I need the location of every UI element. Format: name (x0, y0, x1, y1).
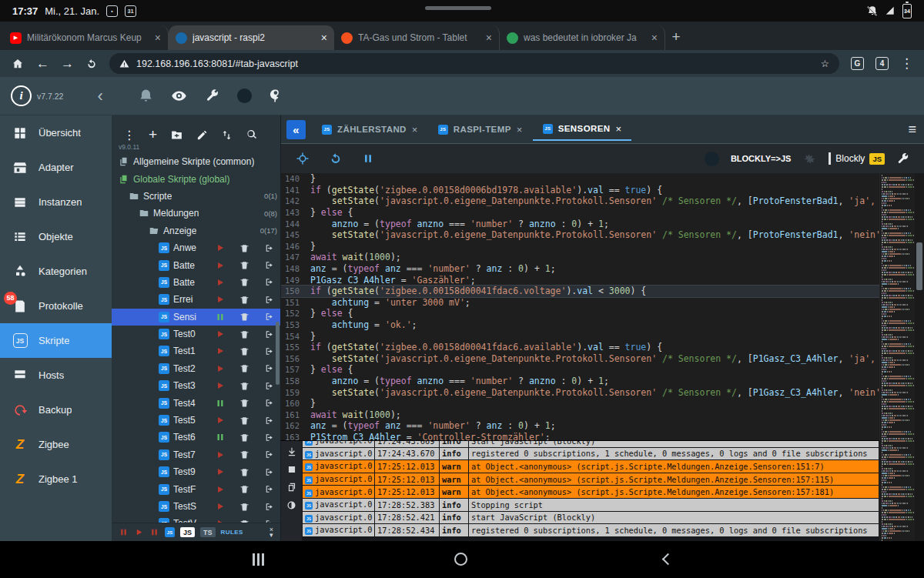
delete-script-icon[interactable] (234, 363, 255, 373)
delete-script-icon[interactable] (234, 243, 255, 253)
export-script-icon[interactable] (259, 502, 280, 512)
play-script-icon[interactable] (209, 363, 230, 374)
log-row[interactable]: JSjavascript.0 17:25:12.013 warn at Obje… (303, 473, 879, 486)
export-script-icon[interactable] (259, 295, 280, 305)
sidebar-item-instanzen[interactable]: Instanzen (0, 185, 112, 219)
delete-script-icon[interactable] (234, 398, 255, 408)
sidebar-item-bersicht[interactable]: Übersicht (0, 115, 112, 150)
play-script-icon[interactable] (209, 449, 230, 460)
more-options-icon[interactable]: ⋮ (123, 128, 136, 142)
pause-script-icon[interactable] (209, 398, 230, 409)
delete-script-icon[interactable] (234, 329, 255, 339)
code-line[interactable]: 153 achtung = 'ok.'; (281, 319, 879, 331)
export-script-icon[interactable] (259, 449, 280, 459)
browser-menu-icon[interactable]: ⋮ (900, 55, 913, 72)
live-updates-eye-icon[interactable] (171, 88, 187, 104)
play-script-icon[interactable] (209, 329, 230, 339)
delete-script-icon[interactable] (234, 346, 255, 356)
language-js-badge[interactable]: JS (180, 527, 195, 537)
blockly-language-chip[interactable]: Blockly JS (829, 152, 885, 165)
editor-scrollbar[interactable] (915, 173, 924, 541)
close-tab-icon[interactable]: × (486, 32, 492, 44)
editor-tab-raspi-temp[interactable]: JS RASPI-TEMP × (428, 119, 533, 141)
tab-count-button[interactable]: 4 (875, 57, 889, 70)
sidebar-item-hosts[interactable]: Hosts (0, 358, 112, 393)
settings-gear-icon[interactable] (802, 152, 817, 166)
edit-pencil-icon[interactable] (196, 129, 208, 141)
convert-blockly-button[interactable]: BLOCKLY=>JS (731, 154, 791, 163)
code-line[interactable]: 148anz = (typeof anz === 'number' ? anz … (281, 263, 879, 275)
sidebar-item-backup[interactable]: Backup (0, 393, 112, 427)
script-item-test0[interactable]: JS Test0 (112, 326, 280, 342)
locate-crosshair-icon[interactable] (296, 152, 310, 165)
tree-folder-allgemeine-skripte-common[interactable]: Allgemeine Skripte (common) (112, 153, 280, 170)
code-line[interactable]: 157} else { (281, 364, 879, 376)
script-item-test5[interactable]: JS Test5 (112, 412, 280, 429)
delete-script-icon[interactable] (234, 449, 255, 459)
script-item-sensi[interactable]: JS Sensi (112, 309, 280, 326)
new-tab-button[interactable]: + (665, 26, 687, 48)
delete-script-icon[interactable] (234, 381, 255, 391)
browser-tab-javascript-raspi2[interactable]: javascript - raspi2 × (169, 25, 334, 50)
chevron-down-icon[interactable]: ▾ (270, 533, 273, 538)
export-script-icon[interactable] (259, 416, 280, 426)
code-line[interactable]: 155if (getState('zigbee.0.00158d00041fda… (281, 342, 879, 353)
code-line[interactable]: 146} (281, 241, 879, 252)
not-secure-warning-icon[interactable] (119, 58, 129, 68)
copy-log-icon[interactable] (286, 482, 297, 493)
sidebar-item-skripte[interactable]: JS Skripte (0, 323, 112, 358)
recents-icon[interactable] (253, 553, 264, 566)
export-script-icon[interactable] (259, 260, 280, 270)
home-circle-icon[interactable] (454, 553, 467, 566)
code-line[interactable]: 161await wait(1000); (281, 409, 879, 420)
sidebar-item-protokolle[interactable]: 58 Protokolle (0, 289, 112, 323)
play-script-icon[interactable] (209, 260, 230, 271)
code-line[interactable]: 147await wait(1000); (281, 252, 879, 263)
tree-scrollbar[interactable] (276, 322, 280, 385)
export-script-icon[interactable] (259, 312, 280, 322)
panel-collapse-controls[interactable]: ×▾ (270, 527, 273, 538)
play-script-icon[interactable] (209, 242, 230, 253)
script-item-batte[interactable]: JS Batte (112, 274, 280, 291)
rules-label[interactable]: RULES (221, 529, 243, 536)
script-item-test1[interactable]: JS Test1 (112, 342, 280, 359)
script-item-test7[interactable]: JS Test7 (112, 446, 280, 463)
code-line[interactable]: 144 anzno = (typeof anzno === 'number' ?… (281, 218, 879, 229)
blockly-mode-icon[interactable] (705, 152, 719, 166)
close-tab-icon[interactable]: × (651, 32, 658, 44)
play-script-icon[interactable] (209, 294, 230, 305)
expert-mode-wrench-icon[interactable] (205, 89, 219, 103)
language-ts-badge[interactable]: TS (200, 527, 216, 537)
play-script-icon[interactable] (209, 415, 230, 426)
code-line[interactable]: 143} else { (281, 207, 879, 219)
scroll-to-bottom-icon[interactable] (286, 446, 297, 457)
browser-tab-milit-r-konom-marcus-keup[interactable]: ▶ Militärökonom Marcus Keup × (3, 25, 169, 50)
export-script-icon[interactable] (259, 433, 280, 443)
delete-script-icon[interactable] (234, 312, 255, 322)
browser-tab-ta-gas-und-strom-tablet[interactable]: TA-Gas und Strom - Tablet × (334, 25, 500, 50)
browser-tab-was-bedeutet-in-iobroker-ja[interactable]: was bedeutet in iobroker Ja × (500, 25, 665, 50)
log-row[interactable]: JSjavascript.0 17:25:12.013 warn at Obje… (303, 460, 879, 473)
sidebar-item-zigbee-1[interactable]: Z Zigbee 1 (0, 462, 112, 496)
home-icon[interactable] (11, 57, 25, 71)
close-tab-icon[interactable]: × (155, 32, 161, 44)
script-item-test4[interactable]: JS Test4 (112, 394, 280, 411)
search-icon[interactable] (246, 129, 258, 141)
play-script-icon[interactable] (209, 501, 230, 512)
delete-script-icon[interactable] (234, 295, 255, 305)
log-row[interactable]: JSjavascript.0 17:24:43.670 info registe… (303, 447, 879, 460)
theme-toggle-icon[interactable] (237, 89, 252, 103)
delete-script-icon[interactable] (234, 277, 255, 287)
play-script-icon[interactable] (209, 346, 230, 356)
log-row[interactable]: JSjavascript.0 17:28:52.421 info start J… (303, 511, 879, 524)
code-line[interactable]: 140} (281, 173, 879, 185)
sidebar-item-zigbee[interactable]: Z Zigbee (0, 427, 112, 462)
code-line[interactable]: 152} else { (281, 308, 879, 319)
back-icon[interactable]: ← (36, 56, 49, 72)
tree-folder-anzeige[interactable]: Anzeige 0(17) (112, 222, 280, 239)
export-script-icon[interactable] (259, 467, 280, 477)
delete-script-icon[interactable] (234, 484, 255, 494)
script-item-anwe[interactable]: JS Anwe (112, 239, 280, 256)
export-script-icon[interactable] (259, 398, 280, 408)
code-line[interactable]: 154} (281, 330, 879, 342)
